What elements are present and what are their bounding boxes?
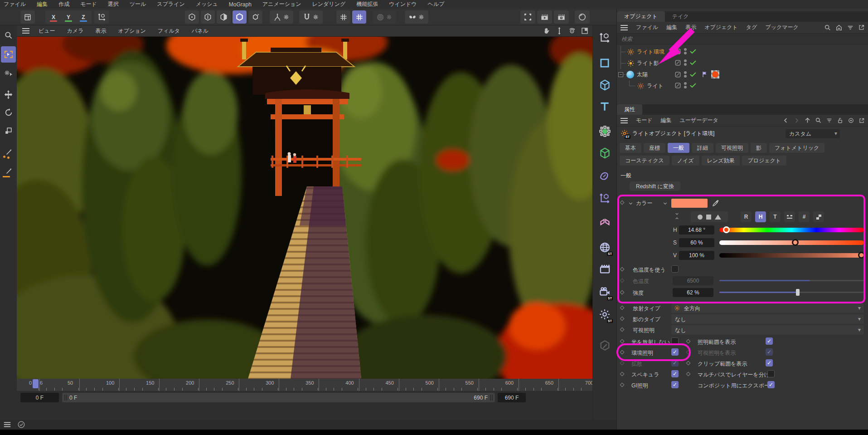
viewport-menu-options[interactable]: オプション: [118, 27, 145, 35]
symmetry-button[interactable]: [405, 10, 428, 24]
eyedropper-icon[interactable]: [712, 199, 720, 207]
material-button[interactable]: [575, 10, 590, 24]
specular-checkbox[interactable]: [671, 370, 679, 377]
tab-coord[interactable]: 座標: [644, 143, 665, 153]
attr-menu-mode[interactable]: モード: [636, 117, 653, 124]
menu-select[interactable]: 選択: [108, 0, 119, 8]
tab-details[interactable]: 詳細: [692, 143, 713, 153]
live-selection-button[interactable]: [1, 46, 16, 63]
value-slider-knob[interactable]: [858, 252, 865, 259]
axis-z-button[interactable]: Z: [77, 10, 90, 24]
home-icon[interactable]: [835, 24, 843, 31]
snap-button[interactable]: [299, 10, 323, 24]
wheel-picker-icon[interactable]: [698, 215, 703, 220]
intensity-field[interactable]: 62 %: [673, 288, 713, 297]
filter-icon[interactable]: [847, 24, 854, 31]
chevron-down-icon[interactable]: [628, 200, 634, 206]
spline-primitives-button[interactable]: [595, 54, 615, 73]
material-tag[interactable]: [711, 70, 719, 78]
object-label[interactable]: ライト環境: [637, 48, 664, 56]
square-picker-icon[interactable]: [706, 215, 711, 220]
axis-y-button[interactable]: Y: [62, 10, 75, 24]
objects-menu-icon[interactable]: [621, 25, 628, 30]
tab-noise[interactable]: ノイズ: [672, 156, 699, 166]
end-frame-field[interactable]: 690 F: [498, 393, 526, 402]
falloff-button[interactable]: [373, 10, 396, 24]
viewport-scene[interactable]: [17, 37, 592, 379]
quantize-button[interactable]: [352, 10, 366, 24]
workplane-button[interactable]: [270, 10, 293, 24]
multipass-checkbox[interactable]: [767, 370, 775, 377]
object-row-light-env[interactable]: ライト環境: [617, 46, 868, 58]
model-mode-button[interactable]: [233, 10, 247, 24]
menu-mode[interactable]: モード: [80, 0, 97, 8]
search-icon[interactable]: [815, 117, 822, 124]
symmetry-object-button[interactable]: [595, 212, 615, 231]
use-color-temp-checkbox[interactable]: [671, 265, 679, 273]
status-menu-icon[interactable]: [4, 422, 10, 427]
viewport-menu-icon[interactable]: [22, 28, 29, 34]
tab-visibility[interactable]: 可視照明: [716, 143, 748, 153]
compositing-tag-icon[interactable]: [701, 71, 708, 78]
objects-menu-view[interactable]: 表示: [685, 24, 696, 31]
search-tool-button[interactable]: [1, 27, 16, 44]
render-settings-button[interactable]: [554, 10, 569, 24]
axis-x-button[interactable]: X: [47, 10, 60, 24]
saturation-slider-knob[interactable]: [792, 239, 799, 246]
viewport-menu-filter[interactable]: フィルタ: [158, 27, 180, 35]
lock-icon[interactable]: [837, 117, 844, 124]
popout-icon[interactable]: [858, 117, 865, 124]
swatches-mode-button[interactable]: [813, 211, 824, 222]
up-arrow-icon[interactable]: [804, 117, 811, 124]
enabled-check-icon[interactable]: [689, 82, 697, 89]
hsv-mode-button[interactable]: H: [755, 211, 766, 222]
spline-pen-button[interactable]: [1, 144, 16, 161]
menu-tools[interactable]: ツール: [130, 0, 146, 8]
attr-menu-userdata[interactable]: ユーザーデータ: [680, 117, 718, 124]
visibility-dots[interactable]: [684, 48, 687, 54]
saturation-slider[interactable]: [719, 240, 864, 245]
frame-range-slider[interactable]: 0 F 690 F: [62, 393, 495, 402]
forward-arrow-icon[interactable]: [793, 117, 800, 124]
tab-objects[interactable]: オブジェクト: [617, 11, 665, 22]
ambient-illumination-checkbox[interactable]: [671, 348, 679, 356]
coordinate-system-button[interactable]: [94, 10, 109, 24]
range-start-grip[interactable]: [64, 395, 67, 401]
enabled-check-icon[interactable]: [689, 59, 697, 66]
popout-icon[interactable]: [858, 24, 865, 31]
object-row-light-child[interactable]: ライト: [617, 80, 868, 92]
range-end-grip[interactable]: [490, 395, 493, 401]
subdivision-button[interactable]: [595, 122, 615, 141]
timeline-ruler[interactable]: 6 05010015020025030035040045050055060065…: [17, 379, 592, 391]
menu-rendering[interactable]: レンダリング: [312, 0, 346, 8]
object-mode-button[interactable]: [248, 10, 262, 24]
saturation-value-field[interactable]: 60 %: [679, 238, 714, 247]
chevron-down-icon[interactable]: [662, 200, 668, 206]
tab-project[interactable]: プロジェクト: [742, 156, 786, 166]
object-search-input[interactable]: 検索: [617, 34, 868, 44]
object-row-light-shadow[interactable]: ライト影: [617, 58, 868, 69]
tool-settings-button[interactable]: [1, 64, 16, 81]
value-value-field[interactable]: 100 %: [679, 251, 714, 260]
visibility-dots[interactable]: [684, 59, 687, 66]
hue-slider[interactable]: [719, 228, 864, 232]
text-object-button[interactable]: [595, 97, 615, 116]
no-light-radiation-checkbox[interactable]: [671, 337, 679, 345]
scale-tool-button[interactable]: [1, 122, 16, 139]
layer-override-icon[interactable]: [674, 71, 681, 78]
attributes-menu-icon[interactable]: [621, 118, 628, 123]
generators-button[interactable]: [595, 143, 615, 162]
grid-button[interactable]: [336, 10, 350, 24]
sketch-pen-button[interactable]: [1, 163, 16, 180]
attr-menu-edit[interactable]: 編集: [661, 117, 672, 124]
spectrum-picker-icon[interactable]: [715, 215, 721, 220]
menu-mograph[interactable]: MoGraph: [229, 1, 252, 8]
temp-mode-button[interactable]: T: [770, 211, 781, 222]
pan-hand-icon[interactable]: [543, 27, 551, 35]
objects-menu-edit[interactable]: 編集: [666, 24, 677, 31]
hue-slider-knob[interactable]: [723, 226, 730, 233]
deformer-button[interactable]: [595, 167, 615, 186]
shadow-type-dropdown[interactable]: なし: [671, 314, 864, 324]
maximize-view-icon[interactable]: [581, 27, 589, 35]
sky-object-button[interactable]: ST: [595, 238, 615, 257]
